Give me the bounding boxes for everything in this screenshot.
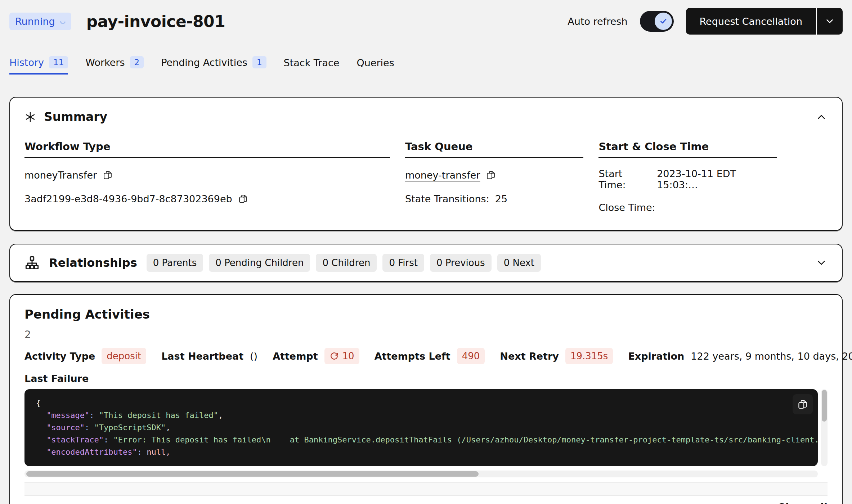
code-copy-button[interactable] (793, 394, 813, 414)
auto-refresh-toggle[interactable] (640, 11, 674, 32)
request-cancellation-menu-button[interactable] (817, 8, 843, 35)
last-failure-label: Last Failure (24, 373, 828, 384)
request-cancellation-label: Request Cancellation (700, 16, 803, 27)
last-heartbeat-label: Last Heartbeat (161, 351, 243, 362)
summary-header: Summary (24, 110, 828, 124)
workflow-type-value: moneyTransfer (24, 170, 97, 181)
auto-refresh-label: Auto refresh (568, 16, 627, 27)
attempts-left-label: Attempts Left (375, 351, 450, 362)
copy-icon[interactable] (238, 194, 248, 204)
asterisk-icon (24, 111, 36, 123)
last-heartbeat-stat: Last Heartbeat () (161, 351, 257, 362)
summary-card: Summary Workflow Type moneyTransfer 3adf… (9, 97, 843, 231)
tab-pending-activities-label: Pending Activities (161, 57, 247, 68)
tab-workers[interactable]: Workers 2 (85, 56, 144, 75)
next-retry-stat: Next Retry 19.315s (500, 348, 613, 364)
attempts-left-badge: 490 (457, 348, 485, 364)
tab-history-count: 11 (49, 56, 68, 68)
toggle-knob (655, 13, 672, 30)
copy-icon[interactable] (103, 170, 113, 180)
activity-type-badge: deposit (102, 348, 146, 364)
pending-activities-card: Pending Activities 2 Activity Type depos… (9, 294, 843, 504)
attempt-badge: 10 (324, 348, 359, 364)
tab-bar: History 11 Workers 2 Pending Activities … (9, 56, 843, 75)
tab-queries-label: Queries (357, 57, 394, 68)
copy-icon (797, 399, 808, 410)
attempt-value: 10 (342, 351, 354, 361)
tab-pending-activities[interactable]: Pending Activities 1 (161, 56, 266, 75)
activity-type-stat: Activity Type deposit (24, 348, 146, 364)
summary-title: Summary (44, 110, 107, 124)
start-time-label: Start Time: (598, 168, 651, 190)
start-time-value: 2023-10-11 EDT 15:03:… (657, 168, 777, 190)
code-line: "source": "TypeScriptSDK", (36, 422, 806, 434)
attempts-left-stat: Attempts Left 490 (375, 348, 485, 364)
status-badge: Running (9, 13, 71, 30)
expiration-label: Expiration (628, 351, 684, 362)
code-line: { (36, 397, 806, 409)
state-transitions-value: 25 (495, 193, 507, 204)
next-chip: 0 Next (497, 254, 541, 272)
tab-workers-count: 2 (130, 56, 144, 68)
tab-queries[interactable]: Queries (357, 57, 394, 75)
code-horizontal-scrollbar[interactable] (24, 471, 818, 477)
expiration-stat: Expiration 122 years, 9 months, 10 days,… (628, 351, 852, 362)
org-chart-icon (24, 255, 40, 270)
chevron-up-icon (815, 111, 828, 123)
tab-workers-label: Workers (85, 57, 125, 68)
run-id-row: 3adf2199-e3d8-4936-9bd7-8c87302369eb (24, 192, 390, 206)
relationships-expand-button[interactable] (815, 257, 828, 269)
horizontal-scrollbar-thumb[interactable] (26, 471, 479, 477)
close-time-row: Close Time: (598, 201, 777, 214)
workflow-detail-page: Running pay-invoice-801 Auto refresh Req… (0, 0, 852, 504)
last-heartbeat-value: () (250, 351, 257, 362)
code-vertical-scrollbar[interactable] (821, 389, 828, 466)
show-all-link[interactable]: Show all (778, 501, 828, 504)
tab-history-label: History (9, 57, 44, 68)
pending-children-chip: 0 Pending Children (209, 254, 310, 272)
show-all-row: Show all (24, 501, 828, 504)
copy-icon[interactable] (486, 170, 496, 180)
relationships-card: Relationships 0 Parents 0 Pending Childr… (9, 244, 843, 282)
state-transitions-label: State Transitions: (405, 193, 489, 204)
activity-stats-row: Activity Type deposit Last Heartbeat () … (24, 348, 828, 364)
run-id-value: 3adf2199-e3d8-4936-9bd7-8c87302369eb (24, 193, 232, 204)
first-chip: 0 First (382, 254, 424, 272)
workflow-type-header: Workflow Type (24, 140, 390, 158)
task-queue-link[interactable]: money-transfer (405, 170, 480, 181)
code-line: "message": "This deposit has failed", (36, 409, 806, 422)
retry-icon (329, 351, 339, 361)
pending-activities-title: Pending Activities (24, 307, 828, 321)
relationships-title: Relationships (49, 256, 137, 270)
tab-stack-trace[interactable]: Stack Trace (284, 57, 340, 75)
previous-chip: 0 Previous (430, 254, 492, 272)
summary-grid: Workflow Type moneyTransfer 3adf2199-e3d… (24, 140, 828, 214)
summary-collapse-button[interactable] (815, 111, 828, 123)
code-line: "stackTrace": "Error: This deposit has f… (36, 434, 806, 446)
request-cancellation-main[interactable]: Request Cancellation (686, 8, 816, 35)
next-retry-badge: 19.315s (565, 348, 613, 364)
code-line: "encodedAttributes": null, (36, 446, 806, 458)
attempt-label: Attempt (273, 351, 318, 362)
running-spinner-icon (59, 17, 67, 25)
check-icon (659, 17, 668, 26)
time-column: Start & Close Time Start Time: 2023-10-1… (598, 140, 777, 214)
task-queue-header: Task Queue (405, 140, 583, 158)
tab-history[interactable]: History 11 (9, 56, 68, 75)
status-badge-label: Running (15, 16, 55, 27)
workflow-type-column: Workflow Type moneyTransfer 3adf2199-e3d… (24, 140, 390, 214)
time-header: Start & Close Time (598, 140, 777, 158)
chevron-down-icon (815, 257, 828, 269)
workflow-title: pay-invoice-801 (86, 12, 225, 31)
close-time-label: Close Time: (598, 202, 655, 213)
tab-stack-trace-label: Stack Trace (284, 57, 340, 68)
vertical-scrollbar-thumb[interactable] (822, 390, 827, 422)
next-retry-label: Next Retry (500, 351, 559, 362)
last-failure-code-block: { "message": "This deposit has failed", … (24, 389, 818, 466)
task-queue-row: money-transfer (405, 168, 583, 182)
page-header: Running pay-invoice-801 Auto refresh Req… (9, 0, 843, 35)
activity-type-label: Activity Type (24, 351, 95, 362)
attempt-stat: Attempt 10 (273, 348, 359, 364)
pending-activities-count: 2 (24, 329, 828, 341)
last-failure-code-wrap: { "message": "This deposit has failed", … (24, 389, 828, 466)
